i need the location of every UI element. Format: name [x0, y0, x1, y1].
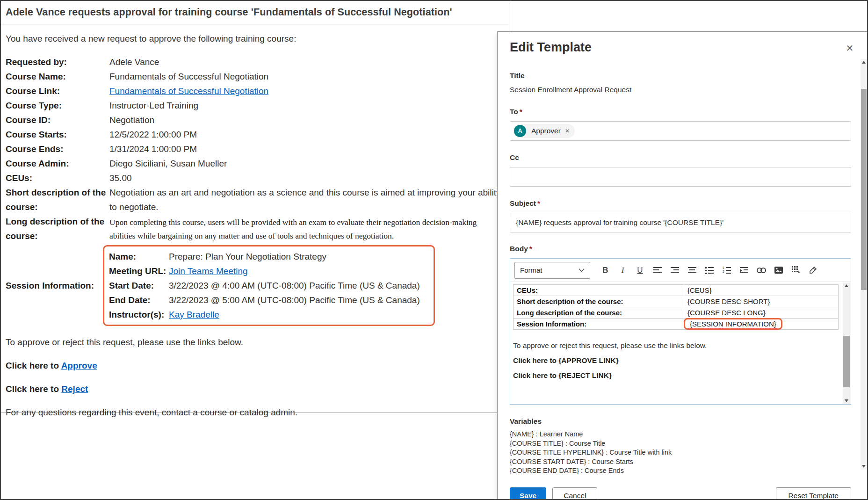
field-value: Negotiation as an art and negotiation as…	[109, 185, 502, 214]
cc-input[interactable]	[510, 167, 851, 187]
underline-button[interactable]: U	[631, 263, 649, 277]
link-icon[interactable]	[752, 263, 770, 277]
scroll-up-icon[interactable]	[843, 283, 850, 289]
scroll-down-icon[interactable]	[861, 463, 867, 470]
field-value: 1/31/2024 1:00:00 PM	[109, 142, 502, 156]
chevron-down-icon	[579, 268, 585, 272]
field-row-course-starts: Course Starts: 12/5/2022 1:00:00 PM	[6, 127, 502, 142]
required-marker: *	[529, 245, 532, 253]
body-label-text: Body	[510, 245, 528, 253]
field-label: Long description of the course:	[6, 214, 109, 243]
variable-item: {COURSE TITLE} : Course Title	[510, 439, 851, 449]
recipient-name: Approver	[531, 127, 561, 135]
body-field-label: Body*	[510, 245, 851, 253]
approve-link[interactable]: Approve	[61, 361, 97, 370]
align-left-icon[interactable]	[649, 263, 666, 277]
bold-button[interactable]: B	[597, 263, 614, 277]
scroll-up-icon[interactable]	[861, 59, 867, 65]
field-label: Course Link:	[6, 84, 109, 98]
svg-text:1: 1	[723, 267, 724, 269]
field-row-course-type: Course Type: Instructor-Led Training	[6, 98, 502, 113]
session-row-meeting-url: Meeting URL: Join Teams Meeting	[109, 264, 429, 278]
dialog-scrollbar[interactable]	[861, 59, 867, 470]
session-row-end-date: End Date: 3/22/2023 @ 5:00 AM (UTC-08:00…	[109, 293, 429, 307]
reject-row: Click here to Reject	[6, 384, 502, 394]
dialog-title: Edit Template	[510, 40, 851, 55]
table-cell-value: {COURSE DESC LONG}	[684, 307, 839, 319]
approve-row: Click here to Approve	[6, 361, 502, 371]
save-button[interactable]: Save	[510, 487, 546, 500]
italic-button[interactable]: I	[614, 263, 631, 277]
field-row-course-admin: Course Admin: Diego Siciliani, Susan Mue…	[6, 156, 502, 171]
field-label: Short description of the course:	[6, 185, 109, 214]
table-cell-value: {COURSE DESC SHORT}	[684, 296, 839, 307]
scroll-down-icon[interactable]	[843, 398, 850, 404]
session-label: Instructor(s):	[109, 307, 169, 322]
editor-toolbar: Format B I U	[510, 259, 851, 282]
cancel-button[interactable]: Cancel	[552, 487, 597, 500]
editor-content[interactable]: CEUs: {CEUS} Short description of the co…	[510, 282, 851, 405]
field-label: CEUs:	[6, 171, 109, 185]
session-label: Meeting URL:	[109, 264, 169, 278]
edit-template-dialog: ✕ Edit Template Title Session Enrollment…	[497, 31, 867, 499]
editor-scrollbar-thumb[interactable]	[843, 336, 850, 387]
subject-label-text: Subject	[510, 199, 536, 207]
required-marker: *	[520, 108, 522, 116]
chip-remove-icon[interactable]: ✕	[565, 128, 570, 134]
pencil-icon[interactable]	[804, 263, 822, 277]
field-value: 12/5/2022 1:00:00 PM	[109, 127, 502, 142]
field-value: Negotiation	[109, 113, 502, 127]
table-cell-label: Short description of the course:	[514, 296, 684, 307]
subject-input[interactable]: {NAME} requests approval for training co…	[510, 213, 851, 232]
title-field-label: Title	[510, 72, 851, 80]
field-label: Course Starts:	[6, 127, 109, 142]
email-fields: Requested by: Adele Vance Course Name: F…	[6, 55, 502, 326]
field-row-session-information: Session Information: Name: Prepare: Plan…	[6, 245, 502, 326]
table-icon[interactable]	[787, 263, 804, 277]
svg-text:2: 2	[723, 270, 724, 273]
instructor-link[interactable]: Kay Bradelle	[169, 310, 219, 319]
email-intro-text: You have received a new request to appro…	[6, 34, 502, 44]
table-cell-label: Long description of the course:	[514, 307, 684, 319]
editor-scrollbar[interactable]	[843, 283, 850, 404]
field-label: Course ID:	[6, 113, 109, 127]
email-subject-title: Adele Vance requests approval for traini…	[6, 7, 452, 18]
align-right-icon[interactable]	[666, 263, 683, 277]
cc-field-label: Cc	[510, 153, 851, 162]
field-row-course-name: Course Name: Fundamentals of Successful …	[6, 69, 502, 84]
to-input[interactable]: A Approver ✕	[510, 121, 851, 141]
session-value: 3/22/2023 @ 4:00 AM (UTC-08:00) Pacific …	[169, 278, 429, 293]
image-icon[interactable]	[770, 263, 787, 277]
reject-link[interactable]: Reject	[61, 384, 88, 394]
field-row-requested-by: Requested by: Adele Vance	[6, 55, 502, 69]
format-dropdown[interactable]: Format	[514, 262, 590, 279]
body-reject-line: Click here to {REJECT LINK}	[513, 371, 839, 380]
bulleted-list-icon[interactable]	[701, 263, 718, 277]
indent-icon[interactable]	[735, 263, 752, 277]
field-value: 35.00	[109, 171, 502, 185]
variables-list: {NAME} : Learner Name {COURSE TITLE} : C…	[510, 430, 851, 476]
field-value: Upon completing this course, users will …	[109, 214, 502, 243]
session-value: Prepare: Plan Your Negotiation Strategy	[169, 249, 429, 264]
field-row-course-id: Course ID: Negotiation	[6, 113, 502, 127]
email-body: You have received a new request to appro…	[1, 24, 509, 418]
dialog-scrollbar-thumb[interactable]	[861, 89, 867, 290]
recipient-chip[interactable]: A Approver ✕	[513, 124, 575, 138]
body-rich-text-editor[interactable]: Format B I U	[510, 258, 851, 405]
table-row-session-information: Session Information: {SESSION INFORMATIO…	[514, 319, 839, 330]
screen: Adele Vance requests approval for traini…	[0, 0, 868, 500]
join-teams-meeting-link[interactable]: Join Teams Meeting	[169, 266, 248, 276]
field-label: Course Type:	[6, 98, 109, 113]
session-value: 3/22/2023 @ 5:00 AM (UTC-08:00) Pacific …	[169, 293, 429, 307]
course-link[interactable]: Fundamentals of Successful Negotiation	[109, 86, 268, 96]
dialog-footer: Save Cancel Reset Template	[510, 487, 851, 500]
reset-template-button[interactable]: Reset Template	[776, 487, 851, 500]
table-cell-label: Session Information:	[514, 319, 684, 330]
field-row-course-ends: Course Ends: 1/31/2024 1:00:00 PM	[6, 142, 502, 156]
template-table: CEUs: {CEUS} Short description of the co…	[513, 284, 839, 330]
align-center-icon[interactable]	[683, 263, 701, 277]
to-field-label: To*	[510, 108, 851, 116]
title-field-value: Session Enrollment Approval Request	[510, 86, 851, 94]
session-information-highlight-box: Name: Prepare: Plan Your Negotiation Str…	[103, 245, 435, 326]
numbered-list-icon[interactable]: 12	[718, 263, 735, 277]
